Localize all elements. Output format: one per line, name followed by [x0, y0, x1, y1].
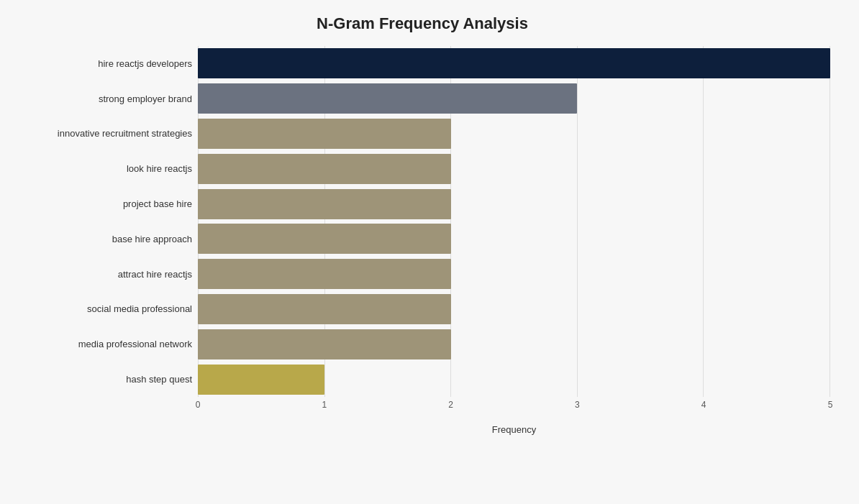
- bar-label: project base hire: [14, 198, 198, 209]
- chart-container: N-Gram Frequency Analysis hire reactjs d…: [0, 0, 859, 504]
- bar-label: hire reactjs developers: [14, 58, 198, 69]
- bar-row: project base hire: [14, 186, 830, 221]
- bar-label: media professional network: [14, 339, 198, 349]
- bar-row: base hire approach: [14, 221, 830, 257]
- bar-row: strong employer brand: [14, 81, 830, 116]
- bar-track: [198, 46, 830, 81]
- x-tick: 4: [701, 400, 706, 410]
- bar-row: innovative recruitment strategies: [14, 116, 830, 152]
- bar-track: [198, 326, 830, 362]
- bars-section: hire reactjs developersstrong employer b…: [14, 46, 830, 397]
- bar-row: attract hire reactjs: [14, 257, 830, 292]
- bar-label: base hire approach: [14, 234, 198, 244]
- bar-track: [198, 81, 830, 116]
- bar-label: hash step quest: [14, 374, 198, 385]
- bar: [198, 259, 451, 289]
- x-axis: 012345: [198, 400, 830, 421]
- bar: [198, 365, 324, 395]
- bar-row: hash step quest: [14, 362, 830, 397]
- bar-track: [198, 186, 830, 221]
- bar: [198, 329, 451, 359]
- bar-label: social media professional: [14, 303, 198, 314]
- x-tick: 2: [448, 400, 453, 410]
- chart-area: hire reactjs developersstrong employer b…: [14, 46, 830, 435]
- bar-track: [198, 116, 830, 152]
- bar: [198, 189, 451, 219]
- bar-track: [198, 221, 830, 257]
- bar-row: social media professional: [14, 292, 830, 327]
- bar-track: [198, 151, 830, 186]
- bar-label: strong employer brand: [14, 93, 198, 104]
- bar-label: look hire reactjs: [14, 163, 198, 174]
- x-tick: 3: [575, 400, 580, 410]
- x-axis-label: Frequency: [198, 424, 830, 435]
- bar: [198, 48, 830, 78]
- bar-label: innovative recruitment strategies: [14, 128, 198, 139]
- bar-track: [198, 292, 830, 327]
- bar-label: attract hire reactjs: [14, 269, 198, 280]
- bar-track: [198, 257, 830, 292]
- bar-row: look hire reactjs: [14, 151, 830, 186]
- bar: [198, 154, 451, 184]
- bar: [198, 294, 451, 324]
- bar: [198, 83, 577, 114]
- x-tick: 5: [828, 400, 833, 410]
- bar-row: hire reactjs developers: [14, 46, 830, 81]
- x-tick: 1: [322, 400, 327, 410]
- bar: [198, 224, 451, 254]
- bar-row: media professional network: [14, 326, 830, 362]
- bar: [198, 119, 451, 149]
- bar-track: [198, 362, 830, 397]
- chart-title: N-Gram Frequency Analysis: [14, 14, 830, 33]
- x-tick: 0: [196, 400, 201, 410]
